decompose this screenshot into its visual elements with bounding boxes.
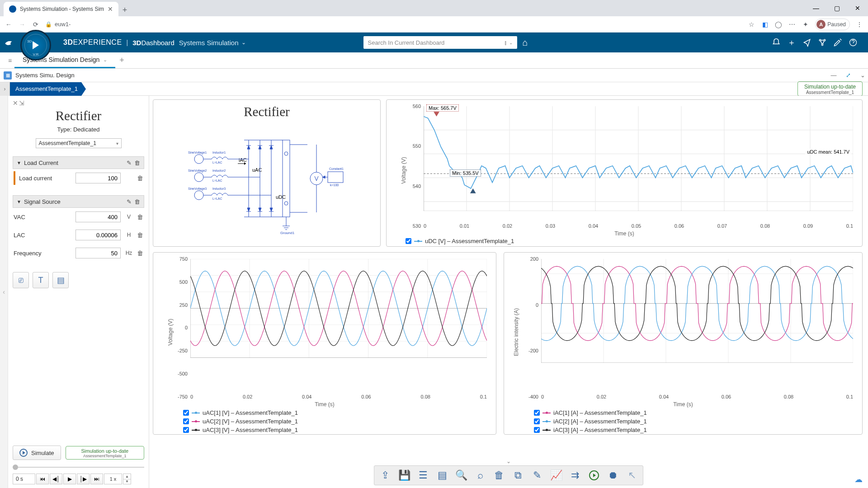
- cursor-icon[interactable]: ↖: [623, 466, 641, 484]
- add-variable-button[interactable]: ⎚: [13, 272, 29, 288]
- legend-checkbox[interactable]: [534, 418, 540, 424]
- step-forward-button[interactable]: │▶: [77, 474, 90, 484]
- speed-spinner[interactable]: ▲▼: [123, 474, 131, 484]
- collapse-toolbar-icon[interactable]: ⌄: [506, 458, 511, 465]
- left-collapse-handle[interactable]: ‹: [0, 96, 8, 488]
- forward-full-button[interactable]: ⏭: [90, 474, 103, 484]
- svg-text:iAC: iAC: [239, 157, 247, 163]
- ds-logo[interactable]: [0, 33, 18, 52]
- x-axis-label: Time (s): [509, 401, 857, 408]
- table-icon[interactable]: ▤: [433, 466, 451, 484]
- save-icon[interactable]: 💾: [395, 466, 413, 484]
- time-slider[interactable]: [13, 465, 144, 470]
- sidebar-toggle-icon[interactable]: ≡: [5, 57, 14, 64]
- filter-icon[interactable]: ⫿: [504, 39, 507, 46]
- notifications-icon[interactable]: [769, 35, 784, 50]
- play-button[interactable]: ▶: [63, 474, 76, 484]
- legend-checkbox[interactable]: [534, 427, 540, 433]
- window-close[interactable]: ✕: [847, 0, 868, 16]
- chevron-down-icon[interactable]: ⌄: [509, 40, 513, 45]
- add-tab-button[interactable]: +: [115, 52, 128, 68]
- panel-menu-icon[interactable]: ⌄: [857, 72, 868, 79]
- iac-chart[interactable]: [541, 259, 853, 363]
- flow-icon[interactable]: ⇉: [566, 466, 584, 484]
- collapse-triangle-icon[interactable]: ▼: [17, 160, 21, 165]
- legend-checkbox[interactable]: [534, 410, 540, 416]
- run-icon[interactable]: [585, 466, 603, 484]
- nav-forward-icon[interactable]: →: [18, 20, 26, 28]
- section-signal-source[interactable]: ▼ Signal Source ✎ 🗑: [13, 195, 144, 208]
- frequency-input[interactable]: [75, 248, 121, 258]
- compass-badge[interactable]: 3D V.R: [20, 30, 51, 61]
- star-icon[interactable]: ☆: [747, 20, 755, 28]
- panel-close-icon[interactable]: ✕: [13, 99, 18, 107]
- edit-icon[interactable]: [830, 35, 845, 50]
- udc-chart[interactable]: [424, 106, 853, 211]
- lac-input[interactable]: [75, 230, 121, 240]
- address-bar[interactable]: 🔒 euw1-: [45, 21, 71, 28]
- uac-chart[interactable]: [190, 259, 487, 358]
- vac-input[interactable]: [75, 211, 121, 222]
- help-icon[interactable]: [845, 35, 861, 50]
- browser-tab[interactable]: Systems Simulation - Systems Sim ✕: [4, 2, 118, 16]
- kebab-icon[interactable]: ⋮: [855, 20, 863, 28]
- circle-icon[interactable]: ◯: [774, 20, 783, 28]
- rewind-full-button[interactable]: ⏮: [36, 474, 49, 484]
- delete-icon[interactable]: 🗑: [137, 249, 143, 257]
- edit-icon[interactable]: ✎: [127, 160, 132, 166]
- trash-icon[interactable]: 🗑: [490, 466, 508, 484]
- breadcrumb-root-icon[interactable]: ›: [0, 82, 10, 96]
- brand-dashboard[interactable]: 3DDashboard: [132, 39, 175, 47]
- panel-collapse-icon[interactable]: ⤢: [843, 72, 854, 79]
- delete-icon[interactable]: 🗑: [137, 213, 143, 221]
- text-button[interactable]: T: [33, 272, 49, 288]
- panel-minimize-icon[interactable]: —: [828, 72, 839, 79]
- template-selector[interactable]: AssessmentTemplate_1 ▾: [36, 138, 122, 148]
- nav-reload-icon[interactable]: ⟳: [32, 20, 40, 28]
- list-icon[interactable]: ☰: [414, 466, 432, 484]
- window-maximize[interactable]: ▢: [826, 0, 847, 16]
- delete-icon[interactable]: 🗑: [134, 160, 140, 166]
- record-icon[interactable]: ⏺: [604, 466, 622, 484]
- schematic-diagram[interactable]: SineVoltage1 SineVoltage2 SineVoltage3 I…: [185, 119, 348, 242]
- search-icon[interactable]: 🔍: [452, 466, 470, 484]
- copy-icon[interactable]: ⧉: [509, 466, 527, 484]
- collapse-triangle-icon[interactable]: ▼: [17, 199, 21, 204]
- legend-checkbox[interactable]: [183, 418, 189, 424]
- section-load-current[interactable]: ▼ Load Current ✎ 🗑: [13, 156, 144, 169]
- breadcrumb-item[interactable]: AssessmentTemplate_1: [10, 82, 81, 96]
- new-tab-button[interactable]: +: [118, 4, 131, 16]
- info-badge-icon[interactable]: ☁: [853, 474, 864, 485]
- dashboard-search[interactable]: Search In Current Dashboard ⫿ ⌄: [363, 36, 517, 49]
- layout-button[interactable]: ▤: [52, 272, 69, 288]
- add-icon[interactable]: ＋: [784, 35, 799, 50]
- legend-checkbox[interactable]: [183, 427, 189, 433]
- slider-thumb[interactable]: [13, 465, 18, 470]
- simulate-button[interactable]: Simulate: [13, 446, 61, 460]
- legend-checkbox[interactable]: [183, 410, 189, 416]
- app-name-dropdown[interactable]: Systems Simulation ⌄: [179, 39, 246, 47]
- panel-shrink-icon[interactable]: ⇲: [19, 99, 24, 107]
- edit-icon[interactable]: ✎: [127, 198, 132, 205]
- extension-icon[interactable]: ◧: [761, 20, 769, 28]
- nav-back-icon[interactable]: ←: [5, 20, 13, 28]
- chart-icon[interactable]: 📈: [547, 466, 565, 484]
- profile-pill[interactable]: A Paused: [815, 19, 850, 30]
- draw-icon[interactable]: ✎: [528, 466, 546, 484]
- zoom-icon[interactable]: ⌕: [471, 466, 489, 484]
- puzzle-icon[interactable]: ✦: [802, 20, 810, 28]
- delete-icon[interactable]: 🗑: [137, 174, 143, 182]
- window-minimize[interactable]: —: [806, 0, 826, 16]
- chevron-down-icon[interactable]: ⌄: [103, 57, 107, 63]
- tab-close-icon[interactable]: ✕: [108, 5, 113, 13]
- legend-checkbox[interactable]: [406, 238, 411, 244]
- delete-icon[interactable]: 🗑: [134, 198, 140, 205]
- tag-icon[interactable]: ⌂: [523, 38, 528, 48]
- step-back-button[interactable]: ◀│: [50, 474, 62, 484]
- network-icon[interactable]: [815, 35, 830, 50]
- export-icon[interactable]: ⇪: [376, 466, 394, 484]
- delete-icon[interactable]: 🗑: [137, 231, 143, 239]
- load-current-input[interactable]: [75, 173, 121, 183]
- share-icon[interactable]: [799, 35, 815, 50]
- more-icon[interactable]: ⋯: [788, 20, 796, 28]
